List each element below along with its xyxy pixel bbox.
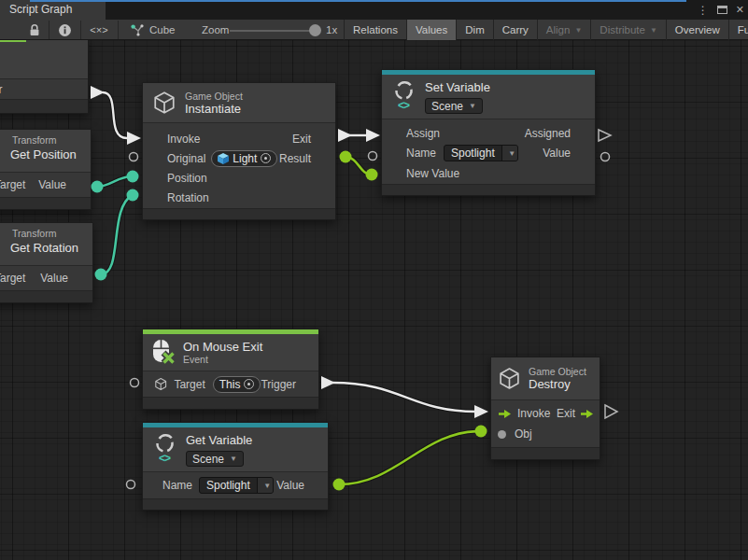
graph-icon [129,20,146,40]
zoom-value: 1x [326,20,337,40]
port-label-position: Position [167,172,207,185]
node-title: On Mouse Exit [183,340,262,354]
maximize-icon[interactable] [717,6,727,14]
port-label-value: Value [38,178,66,191]
visual-scripting-window: Script Graph ⋮ ✕ <×> [0,0,748,560]
full-screen-button[interactable]: Full Screen [728,20,748,40]
object-field-value: Light [233,152,257,165]
dim-button[interactable]: Dim [456,20,492,40]
node-subtitle: Event [183,354,262,365]
variable-icon: <> [159,452,170,465]
port-label-exit: Exit [292,133,311,146]
node-title: Instantiate [185,102,243,116]
info-icon[interactable] [52,20,77,40]
port-label-invoke: Invoke [167,133,200,146]
variable-name-dropdown[interactable]: Spotlight ▼ [444,145,518,161]
port-label-new-value: New Value [406,167,459,180]
overview-button[interactable]: Overview [666,20,728,40]
port-label-target: Target [0,178,25,191]
cube-icon [152,91,176,115]
values-button[interactable]: Values [406,20,456,40]
lock-icon[interactable] [22,20,47,40]
game-object-icon [218,153,229,164]
node-category: Transform [10,134,91,146]
tab-script-graph[interactable]: Script Graph [0,0,106,20]
node-category: Game Object [185,91,243,102]
port-label-assign: Assign [406,127,440,140]
node-set-variable[interactable]: <> Set Variable Scene ▼ Assign Assigned … [381,69,596,196]
variable-name-dropdown[interactable]: Spotlight ▼ [199,477,274,494]
node-title: Destroy [529,377,586,391]
chevron-down-icon: ▼ [508,149,515,158]
distribute-button[interactable]: Distribute▼ [590,20,666,40]
chevron-down-icon: ▼ [263,482,271,490]
graph-target-label[interactable]: Cube [149,20,176,40]
node-get-variable[interactable]: <> Get Variable Scene ▼ Name Spotlight ▼… [142,422,329,511]
object-picker-icon[interactable] [244,379,254,389]
port-label-name: Name [162,479,192,492]
align-button[interactable]: Align▼ [537,20,591,40]
object-field-original[interactable]: Light [211,150,277,167]
flow-arrow-icon [580,409,594,419]
port-label-invoke: Invoke [517,407,550,420]
graph-canvas[interactable] [0,40,748,560]
cube-icon [498,367,521,390]
carry-button[interactable]: Carry [493,20,537,40]
zoom-slider[interactable] [230,30,316,32]
code-view-icon[interactable]: <×> [84,20,114,40]
mouse-exit-icon [150,339,176,366]
node-offscreen-event[interactable]: Trigger [0,38,89,114]
port-label-rotation: Rotation [167,191,209,204]
port-label-result: Result [279,152,311,165]
chevron-down-icon: ▼ [230,455,237,463]
graph-toolbar: <×> Cube Zoom 1x Relations Values Dim Ca… [0,20,748,40]
focus-accent-line [30,0,686,2]
node-title: Get Variable [186,433,252,447]
toolbar-buttons: Relations Values Dim Carry Align▼ Distri… [344,20,748,40]
close-icon[interactable]: ✕ [736,4,744,16]
object-field-value: This [219,378,241,391]
port-label-assigned: Assigned [525,127,571,140]
port-label-obj: Obj [515,427,532,441]
port-label-value: Value [276,479,304,492]
port-label-trigger: Trigger [0,83,3,96]
port-label-trigger: Trigger [261,378,296,391]
variable-icon: <> [398,99,409,112]
tab-title: Script Graph [9,3,72,16]
object-field-target[interactable]: This [213,376,261,393]
node-title: Get Rotation [10,241,92,255]
chevron-down-icon: ▼ [469,102,476,110]
node-on-mouse-exit[interactable]: On Mouse Exit Event Target This Trigger [142,329,319,410]
tab-strip: Script Graph ⋮ ✕ [0,0,748,20]
node-title: Get Position [10,147,91,161]
node-destroy[interactable]: Game Object Destroy Invoke Exit [490,357,600,460]
chevron-down-icon: ▼ [650,26,657,35]
port-label-target: Target [174,378,205,391]
object-picker-icon[interactable] [261,153,271,163]
port-label-value: Value [40,272,68,285]
chevron-down-icon: ▼ [574,26,582,35]
kebab-menu-icon[interactable]: ⋮ [698,4,709,17]
node-get-rotation[interactable]: Transform Get Rotation Target Value [0,222,93,303]
node-get-position[interactable]: Transform Get Position Target Value [0,129,92,210]
port-label-name: Name [406,147,436,160]
port-label-exit: Exit [557,407,575,420]
relations-button[interactable]: Relations [344,20,406,40]
value-port-icon [498,430,506,439]
variable-scope-dropdown[interactable]: Scene ▼ [425,98,483,114]
flow-arrow-icon [498,409,512,419]
port-label-target: Target [0,272,25,285]
port-label-original: Original [167,152,205,165]
cube-icon [154,377,167,391]
node-category: Game Object [529,366,586,377]
node-instantiate[interactable]: Game Object Instantiate Invoke Exit Orig… [142,82,336,220]
node-title: Set Variable [425,80,490,94]
variable-scope-dropdown[interactable]: Scene ▼ [186,451,244,467]
port-label-value: Value [543,147,571,160]
node-category: Transform [10,228,92,239]
zoom-slider-knob[interactable] [309,24,321,36]
zoom-label: Zoom [202,20,229,40]
